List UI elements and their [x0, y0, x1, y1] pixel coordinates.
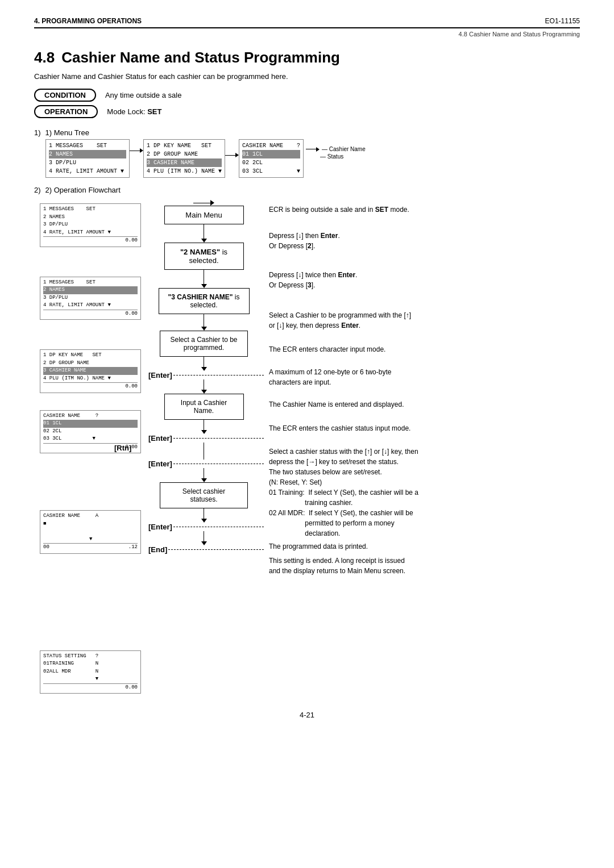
node-select-cashier: Select a Cashier to beprogrammed.	[160, 331, 248, 357]
header-left: 4. PROGRAMMING OPERATIONS	[34, 17, 142, 25]
operation-badge: OPERATION	[34, 105, 98, 118]
end-line: [End]	[148, 545, 265, 554]
arrow-1	[201, 224, 207, 243]
sub-header: 4.8 Cashier Name and Status Programming	[34, 31, 580, 37]
rtn-area	[146, 443, 262, 460]
tree-arrow-2	[225, 139, 239, 157]
annot-input-name: A maximum of 12 one-byte or 6 two-bytech…	[269, 358, 580, 397]
annot-main-menu: ECR is being outside a sale and in SET m…	[269, 198, 580, 222]
menu-tree-diagram: 1 MESSAGES SET 2 NAMES 3 DP/PLU 4 RATE, …	[45, 139, 580, 178]
arrow-8	[201, 508, 207, 523]
enter-line-2: [Enter]	[148, 434, 265, 443]
screen-status: STATUS SETTING ? 01TRAINING N 02ALL MDR …	[40, 650, 141, 694]
page-number: 4-21	[34, 711, 580, 719]
annot-enter-1: The ECR enters character input mode.	[269, 341, 580, 358]
flowchart-label: 2) 2) Operation Flowchart	[34, 186, 580, 194]
arrow-4	[201, 357, 207, 371]
annot-select-status: Select a cashier status with the [↑] or …	[269, 444, 580, 539]
annot-end: This setting is ended. A long receipt is…	[269, 554, 580, 577]
annot-names: Depress [↓] then Enter.Or Depress [2].	[269, 222, 580, 260]
condition-badge: CONDITION	[34, 89, 96, 102]
screen-input-name: CASHIER NAME A ■ ▼ 00.12	[40, 510, 141, 554]
enter-line-4: [Enter]	[148, 523, 265, 531]
menu-tree-section: 1) 1) Menu Tree 1 MESSAGES SET 2 NAMES 3…	[34, 128, 580, 178]
arrow-7	[201, 468, 207, 482]
center-flow-col: Main Menu "2 NAMES" isselected. "	[146, 198, 262, 694]
tree-arrow-3: — Cashier Name — Status	[306, 139, 366, 160]
menu-box-3: CASHIER NAME ? 01 1CL 02 2CL 03 3CL ▼	[239, 139, 304, 178]
screen-main-menu: 1 MESSAGES SET 2 NAMES 3 DP/PLU 4 RATE, …	[40, 203, 141, 247]
enter-line-3: [Enter]	[148, 460, 265, 468]
annot-select-cashier-node: Select a Cashier to be programmed with t…	[269, 300, 580, 341]
arrow-3	[201, 314, 207, 331]
annot-enter-4: The programmed data is printed.	[269, 539, 580, 554]
arrow-5	[201, 379, 207, 394]
operation-text: Mode Lock: SET	[107, 107, 161, 116]
rtn-label: [Rtn]	[114, 444, 131, 452]
right-annot-col: ECR is being outside a sale and in SET m…	[267, 198, 580, 694]
menu-tree-label: 1) 1) Menu Tree	[34, 128, 580, 137]
arrow-9	[201, 531, 207, 545]
arrow-6	[201, 420, 207, 434]
node-names: "2 NAMES" isselected.	[164, 243, 244, 270]
screen-names: 1 MESSAGES SET 2 NAMES 3 DP/PLU 4 RATE, …	[40, 277, 141, 320]
annot-enter-2: The Cashier Name is entered and displaye…	[269, 397, 580, 412]
node-main-menu: Main Menu	[164, 206, 244, 224]
node-input-name: Input a CashierName.	[164, 394, 244, 420]
node-select-status: Select cashier statuses.	[160, 482, 248, 508]
operation-row: OPERATION Mode Lock: SET	[34, 105, 580, 118]
condition-text: Any time outside a sale	[105, 91, 181, 99]
section-title: 4.8Cashier Name and Status Programming	[34, 49, 580, 66]
flowchart-section: 2) 2) Operation Flowchart 1 MESSAGES SET…	[34, 186, 580, 694]
menu-box-1: 1 MESSAGES SET 2 NAMES 3 DP/PLU 4 RATE, …	[45, 139, 130, 178]
menu-box-2: 1 DP KEY NAME SET 2 DP GROUP NAME 3 CASH…	[143, 139, 225, 178]
annot-cashier-name-node: Depress [↓] twice then Enter.Or Depress …	[269, 260, 580, 300]
header-right: EO1-11155	[545, 17, 580, 25]
annot-enter-3: The ECR enters the cashier status input …	[269, 412, 580, 444]
screen-cashier-name: 1 DP KEY NAME SET 2 DP GROUP NAME 3 CASH…	[40, 349, 141, 393]
node-cashier-name: "3 CASHIER NAME" isselected.	[159, 288, 250, 314]
flowchart-main: 1 MESSAGES SET 2 NAMES 3 DP/PLU 4 RATE, …	[40, 198, 580, 694]
arrow-2	[201, 270, 207, 288]
condition-row: CONDITION Any time outside a sale	[34, 89, 580, 102]
tree-arrow-1	[130, 139, 143, 153]
intro-text: Cashier Name and Cashier Status for each…	[34, 72, 580, 81]
enter-line-1: [Enter]	[148, 371, 265, 379]
page-header: 4. PROGRAMMING OPERATIONS EO1-11155	[34, 17, 580, 28]
